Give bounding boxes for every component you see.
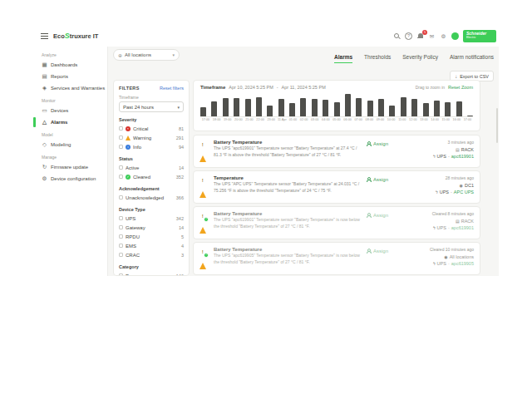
bar-07-00[interactable] (356, 98, 362, 116)
bar-15-00[interactable] (445, 102, 451, 116)
filter-option-count: 342 (176, 216, 184, 221)
timeframe-select[interactable]: Past 24 hours ▾ (119, 101, 184, 112)
alarm-meta: 3 minutes ago▤RACKϟUPS·apc619901 (420, 140, 474, 163)
warning-triangle-icon (200, 247, 209, 270)
bar-06-00[interactable] (345, 94, 351, 116)
bar-08-00[interactable] (367, 101, 373, 116)
bar-14-00[interactable] (434, 101, 440, 116)
sidebar-item-modeling[interactable]: ◇Modeling (33, 139, 107, 150)
device-link[interactable]: apc619901 (451, 225, 474, 230)
assign-button[interactable]: Assign (367, 247, 415, 270)
alarm-row-4[interactable]: Battery TemperatureThe UPS "apc619905" T… (193, 242, 480, 275)
sidebar-section-label-analyze: Analyze (33, 48, 107, 59)
bar-21-00[interactable] (245, 99, 251, 116)
bar-01-00[interactable] (289, 103, 295, 116)
avatar[interactable] (451, 32, 459, 40)
settings-gear-icon[interactable]: ⚙ (440, 32, 447, 40)
bar-19-00[interactable] (223, 98, 229, 116)
device-link[interactable]: apc619901 (451, 154, 474, 159)
bar-18-00[interactable] (211, 101, 217, 116)
alarm-device: ϟUPS·APC UPS (436, 190, 474, 195)
alarm-row-3[interactable]: Battery TemperatureThe UPS "apc619901" T… (193, 206, 480, 239)
filter-option-unacknowledged: Unacknowledged366 (119, 193, 184, 202)
sidebar-item-reports[interactable]: ▤Reports (33, 71, 107, 82)
assign-button[interactable]: Assign (367, 140, 415, 163)
filter-option-count: 14 (179, 165, 184, 170)
filter-option-label: Active (126, 165, 176, 170)
filter-option-active: Active14 (119, 163, 184, 172)
checkbox-info[interactable] (119, 145, 123, 149)
bar-10-00[interactable] (389, 106, 395, 116)
bar-11-apr[interactable] (278, 99, 284, 116)
logo-text-rest: truxure IT (70, 32, 99, 40)
device-link[interactable]: apc619905 (451, 261, 474, 266)
bar-16-00[interactable] (456, 101, 462, 116)
sidebar-item-services-and-warranties[interactable]: ◈Services and Warranties (33, 82, 107, 94)
bar-04-00[interactable] (323, 100, 328, 116)
tab-alarm-notifications[interactable]: Alarm notifications (450, 54, 494, 63)
assign-button[interactable]: Assign (367, 175, 415, 199)
checkbox-warning[interactable] (119, 135, 123, 140)
bar-11-00[interactable] (401, 97, 406, 116)
checkbox-unacknowledged[interactable] (119, 195, 123, 200)
x-tick-label: 01:00 (288, 118, 298, 121)
help-icon[interactable]: ? (405, 32, 412, 40)
alarm-row-1[interactable]: Battery TemperatureThe UPS "apc619901" T… (193, 135, 480, 168)
ups-bolt-icon: ϟ (433, 225, 436, 230)
device-link[interactable]: APC UPS (454, 190, 474, 195)
tab-alarms[interactable]: Alarms (334, 54, 352, 63)
alarm-bar-chart[interactable] (200, 92, 473, 117)
bar-09-00[interactable] (378, 99, 384, 116)
x-tick-label: 03:00 (309, 118, 320, 121)
checkbox-crac[interactable] (119, 253, 123, 257)
alarm-row-2[interactable]: TemperatureThe UPS "APC UPS" Temperature… (193, 170, 480, 204)
filter-option-rpdu: RPDU5 (119, 232, 184, 241)
alarm-main: TemperatureThe UPS "APC UPS" Temperature… (214, 175, 362, 199)
rack-icon: ▤ (456, 219, 460, 224)
bar-03-00[interactable] (312, 99, 318, 116)
tab-thresholds[interactable]: Thresholds (364, 54, 391, 63)
checkbox-active[interactable] (119, 165, 123, 170)
sidebar-item-alarms[interactable]: △Alarms (33, 116, 107, 128)
checkbox-ups[interactable] (119, 216, 123, 220)
announcements-icon[interactable]: ✉ (428, 32, 436, 40)
x-tick-label: 16:00 (451, 118, 462, 121)
bar-22-00[interactable] (256, 97, 262, 116)
bar-02-00[interactable] (300, 98, 306, 116)
alarm-meta: 28 minutes ago◉DC1ϟUPS·APC UPS (420, 175, 474, 199)
bar-23-00[interactable] (267, 106, 273, 116)
hamburger-menu-icon[interactable] (41, 33, 48, 39)
sidebar-item-firmware-update[interactable]: ↻Firmware update (33, 161, 107, 173)
bar-05-00[interactable] (334, 102, 340, 116)
checkbox-ems[interactable] (119, 244, 123, 248)
bar-13-00[interactable] (423, 103, 429, 116)
filter-option-power: Power146 (119, 271, 184, 276)
sidebar-item-device-configuration[interactable]: ⚙Device configuration (33, 173, 107, 185)
alarm-description: The UPS "APC UPS" Temperature sensor "Ba… (214, 181, 362, 194)
tab-severity-policy[interactable]: Severity Policy (402, 54, 438, 63)
checkbox-critical[interactable] (119, 126, 123, 131)
sidebar-item-dashboards[interactable]: ▦Dashboards (33, 59, 107, 71)
bar-20-00[interactable] (234, 98, 239, 116)
search-icon[interactable] (393, 32, 401, 40)
filter-group-label-category: Category (119, 264, 184, 269)
reset-zoom-link[interactable]: Reset Zoom (448, 85, 473, 90)
bar-12-00[interactable] (411, 99, 417, 116)
scrollbar-thumb[interactable] (496, 108, 498, 143)
filter-option-count: 352 (176, 175, 184, 180)
assign-button[interactable]: Assign (367, 211, 415, 234)
schneider-electric-logo[interactable]: Schneider Electric (463, 30, 496, 42)
bar-17-00[interactable] (467, 116, 473, 116)
bar-17-00[interactable] (200, 107, 206, 116)
notifications-bell-icon[interactable]: 5 (416, 32, 424, 40)
alarms-icon: △ (42, 119, 47, 126)
device-separator: · (451, 190, 452, 195)
checkbox-gateway[interactable] (119, 225, 123, 229)
checkbox-cleared[interactable] (119, 175, 123, 179)
reset-filters-link[interactable]: Reset filters (160, 86, 184, 91)
sidebar-item-devices[interactable]: ▭Devices (33, 105, 107, 116)
filters-panel: FILTERS Reset filters Timeframe Past 24 … (113, 80, 190, 276)
checkbox-rpdu[interactable] (119, 234, 123, 239)
location-picker[interactable]: ⊕ All locations ▾ (113, 49, 180, 61)
checkbox-power[interactable] (119, 273, 123, 276)
